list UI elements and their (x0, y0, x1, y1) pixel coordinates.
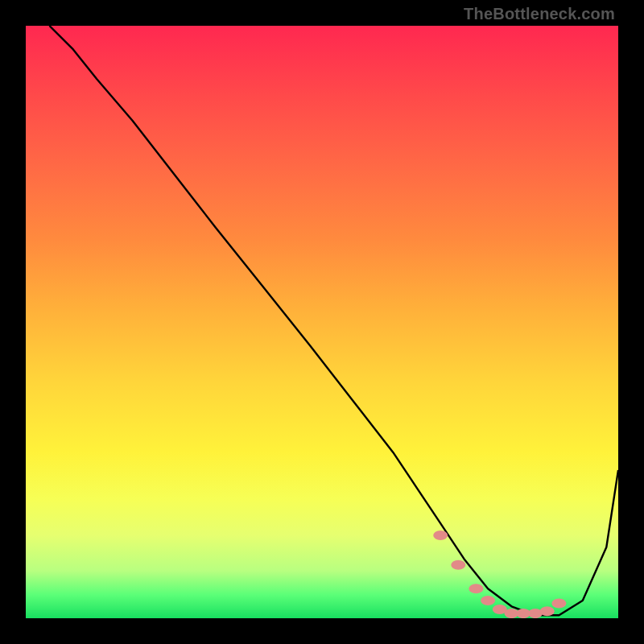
watermark-text: TheBottleneck.com (464, 5, 615, 23)
highlight-marker (451, 560, 465, 570)
chart-svg (26, 26, 618, 618)
highlight-marker (551, 599, 566, 609)
plot-area (26, 26, 618, 618)
highlight-marker (540, 606, 555, 616)
highlight-marker (433, 530, 448, 540)
bottleneck-curve (49, 26, 618, 615)
chart-frame: TheBottleneck.com (0, 0, 644, 644)
highlight-marker (469, 584, 483, 593)
highlight-marker (481, 596, 495, 605)
